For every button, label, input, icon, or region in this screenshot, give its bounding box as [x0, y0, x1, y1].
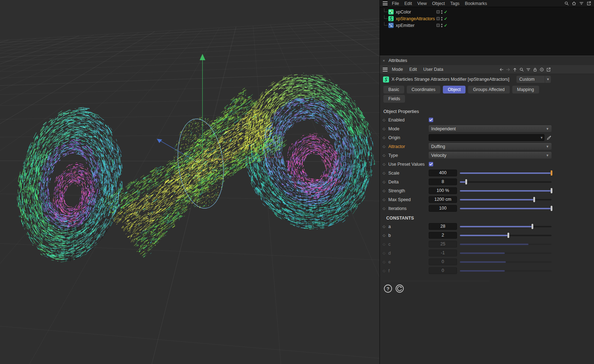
search-icon[interactable]	[564, 1, 569, 6]
filter-icon[interactable]	[579, 1, 584, 6]
object-name[interactable]: xpEmitter	[396, 23, 415, 28]
keyframe-diamond-icon[interactable]: ◇	[383, 242, 388, 246]
value-field-scale[interactable]: 400	[429, 170, 457, 176]
keyframe-diamond-icon[interactable]: ◇	[383, 118, 388, 122]
arrow-right-icon[interactable]	[506, 67, 510, 72]
keyframe-diamond-icon[interactable]: ◇	[383, 189, 388, 193]
slider-handle[interactable]	[551, 170, 553, 176]
visibility-dots-icon[interactable]	[441, 10, 442, 14]
hamburger-menu-icon[interactable]	[383, 68, 388, 72]
viewport-canvas[interactable]	[0, 0, 379, 364]
dropdown-type[interactable]: Velocity▼	[429, 152, 552, 159]
value-field-strength[interactable]: 100 %	[429, 187, 457, 194]
slider-scale[interactable]	[460, 170, 552, 176]
layer-icon[interactable]	[436, 10, 440, 13]
keyframe-diamond-icon[interactable]: ◇	[383, 224, 388, 228]
arrow-left-icon[interactable]	[499, 67, 504, 72]
eyedropper-icon[interactable]	[547, 135, 552, 140]
object-row-xpStrangeAttractors[interactable]: xpStrangeAttractors✓	[380, 15, 594, 22]
layer-icon[interactable]	[436, 24, 440, 27]
object-name[interactable]: xpStrangeAttractors	[396, 16, 435, 21]
slider-iterations[interactable]	[460, 205, 552, 212]
slider-strength[interactable]	[460, 187, 552, 194]
keyframe-diamond-icon[interactable]: ◇	[383, 136, 388, 140]
keyframe-diamond-icon[interactable]: ◇	[383, 251, 388, 255]
checkbox[interactable]	[429, 162, 433, 166]
xp-emitter-icon[interactable]	[388, 23, 394, 28]
menu-item-tags[interactable]: Tags	[450, 1, 459, 6]
value-field-max-speed[interactable]: 1200 cm	[429, 196, 457, 203]
chevron-down-icon[interactable]: ▼	[545, 76, 551, 83]
preset-dropdown[interactable]: Custom ▼	[516, 76, 551, 83]
keyframe-diamond-icon[interactable]: ◇	[383, 233, 388, 237]
tab-basic[interactable]: Basic	[383, 86, 404, 93]
keyframe-diamond-icon[interactable]: ◇	[383, 171, 388, 175]
keyframe-diamond-icon[interactable]: ◇	[383, 144, 388, 148]
home-icon[interactable]	[572, 1, 576, 6]
tab-coordinates[interactable]: Coordinates	[407, 86, 440, 93]
keyframe-diamond-icon[interactable]: ◇	[383, 269, 388, 273]
slider-track[interactable]	[460, 181, 552, 183]
keyframe-diamond-icon[interactable]: ◇	[383, 153, 388, 157]
visibility-dots-icon[interactable]	[441, 24, 442, 27]
xp-strange-attractors-icon[interactable]	[388, 16, 394, 21]
close-icon[interactable]: ×	[383, 58, 385, 63]
tab-object[interactable]: Object	[443, 86, 466, 93]
slider-b[interactable]	[460, 232, 552, 239]
lock-icon[interactable]	[533, 67, 537, 72]
menu-item-view[interactable]: View	[417, 1, 427, 6]
checkbox[interactable]	[429, 118, 433, 122]
slider-handle[interactable]	[508, 233, 509, 238]
value-field-iterations[interactable]: 100	[429, 205, 457, 212]
value-field-delta[interactable]: 8	[429, 178, 457, 185]
enabled-check-icon[interactable]: ✓	[444, 23, 447, 28]
export-icon[interactable]	[546, 67, 551, 72]
slider-delta[interactable]	[460, 178, 552, 185]
hamburger-menu-icon[interactable]	[383, 1, 388, 5]
arrow-up-icon[interactable]	[513, 67, 517, 72]
slider-handle[interactable]	[466, 179, 467, 184]
dropdown-mode[interactable]: Independent▼	[429, 125, 552, 132]
slider-handle[interactable]	[551, 206, 553, 211]
filter-icon[interactable]	[526, 67, 531, 72]
layer-icon[interactable]	[436, 17, 440, 20]
enabled-check-icon[interactable]: ✓	[444, 17, 447, 21]
tab-groups-affected[interactable]: Groups Affected	[468, 86, 509, 93]
menu-item-bookmarks[interactable]: Bookmarks	[465, 1, 487, 6]
origin-link-field[interactable]: ▼	[429, 134, 544, 141]
dropdown-attractor[interactable]: Duffing▼	[429, 143, 552, 150]
value-field-a[interactable]: 28	[429, 223, 457, 230]
help-icon[interactable]: ?	[383, 284, 393, 293]
menu-item-file[interactable]: File	[392, 1, 399, 6]
chevron-down-icon[interactable]: ▼	[539, 136, 544, 140]
object-name[interactable]: xpColor	[396, 10, 411, 15]
attr-menu-item-edit[interactable]: Edit	[409, 67, 417, 72]
object-row-xpColor[interactable]: xpColor✓	[380, 8, 594, 15]
search-icon[interactable]	[519, 67, 524, 72]
value-field-b[interactable]: 2	[429, 232, 457, 239]
reset-icon[interactable]	[395, 284, 404, 293]
enabled-check-icon[interactable]: ✓	[444, 10, 447, 14]
slider-handle[interactable]	[533, 197, 535, 202]
visibility-dots-icon[interactable]	[441, 17, 442, 21]
attr-menu-item-user-data[interactable]: User Data	[423, 67, 443, 72]
3d-viewport[interactable]	[0, 0, 379, 364]
keyframe-diamond-icon[interactable]: ◇	[383, 127, 388, 131]
tab-fields[interactable]: Fields	[383, 95, 405, 103]
keyframe-diamond-icon[interactable]: ◇	[383, 198, 388, 201]
slider-a[interactable]	[460, 223, 552, 230]
object-row-xpEmitter[interactable]: xpEmitter✓	[380, 22, 594, 29]
keyframe-diamond-icon[interactable]: ◇	[383, 206, 388, 210]
target-icon[interactable]	[539, 67, 544, 72]
slider-handle[interactable]	[551, 188, 553, 193]
xp-color-icon[interactable]	[388, 9, 394, 15]
slider-max-speed[interactable]	[460, 196, 552, 203]
tab-mapping[interactable]: Mapping	[512, 86, 539, 93]
menu-item-edit[interactable]: Edit	[404, 1, 412, 6]
keyframe-diamond-icon[interactable]: ◇	[383, 180, 388, 184]
keyframe-diamond-icon[interactable]: ◇	[383, 162, 388, 166]
slider-handle[interactable]	[531, 224, 533, 229]
attr-menu-item-mode[interactable]: Mode	[392, 67, 403, 72]
export-icon[interactable]	[587, 1, 591, 6]
menu-item-object[interactable]: Object	[432, 1, 445, 6]
